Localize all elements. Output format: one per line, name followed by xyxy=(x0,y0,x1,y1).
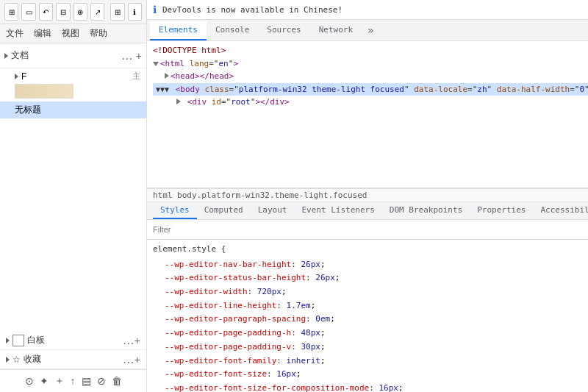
styles-panel: Styles Computed Layout Event Listeners D… xyxy=(147,202,588,392)
dom-line-root[interactable]: <div id="root"></div> xyxy=(153,96,588,109)
expand-root-icon xyxy=(176,99,181,104)
toolbar: ⊞ ▭ ↶ ⊟ ⊕ ↗ ⊞ ℹ xyxy=(0,0,146,24)
dom-panel: <!DOCTYPE html> <html lang="en"> <head><… xyxy=(147,41,588,188)
css-rules: element.style { --wp-editor-nav-bar-heig… xyxy=(147,240,588,392)
menu-help[interactable]: 帮助 xyxy=(88,26,109,41)
tab-more[interactable]: » xyxy=(362,20,379,40)
f-item[interactable]: F 主 xyxy=(0,68,146,84)
doc-label: 文档 xyxy=(11,49,29,62)
bottom-icon-1[interactable]: ⊙ xyxy=(25,375,34,387)
tab-console[interactable]: Console xyxy=(207,21,258,40)
css-prop-6[interactable]: --wp-editor-page-padding-h: 48px; xyxy=(153,327,588,341)
whiteboard-section: 白板 … + xyxy=(0,331,146,350)
bottom-icon-2[interactable]: ✦ xyxy=(40,375,49,387)
expand-html-icon xyxy=(153,62,159,66)
expand-icon xyxy=(4,53,8,59)
bottom-icon-5[interactable]: ▤ xyxy=(82,375,91,387)
toolbar-btn-1[interactable]: ⊞ xyxy=(4,3,18,21)
css-prop-5[interactable]: --wp-editor-paragraph-spacing: 0em; xyxy=(153,313,588,327)
menu-bar: 文件 编辑 视图 帮助 xyxy=(0,24,146,43)
notif-text: DevTools is now available in Chinese! xyxy=(162,5,588,15)
menu-view[interactable]: 视图 xyxy=(60,26,81,41)
favorites-section: ☆ 收藏 … + xyxy=(0,350,146,369)
css-prop-9[interactable]: --wp-editor-font-size: 16px; xyxy=(153,368,588,382)
dom-breadcrumb: html body.platform-win32.theme-light.foc… xyxy=(147,188,588,202)
favorites-more-btn[interactable]: … xyxy=(123,354,135,366)
doc-section: 文档 … + xyxy=(0,43,146,68)
untitled-label: 无标题 xyxy=(15,104,41,116)
css-prop-4[interactable]: --wp-editor-line-height: 1.7em; xyxy=(153,299,588,313)
toolbar-btn-grid[interactable]: ⊞ xyxy=(110,3,124,21)
filter-input[interactable] xyxy=(153,225,588,234)
notif-icon: ℹ xyxy=(153,4,157,15)
tab-elements[interactable]: Elements xyxy=(150,21,207,40)
f-expand-icon xyxy=(15,74,18,79)
styles-tab-event-listeners[interactable]: Event Listeners xyxy=(294,202,381,219)
star-icon: ☆ xyxy=(12,354,21,365)
tab-network[interactable]: Network xyxy=(310,21,362,40)
toolbar-btn-2[interactable]: ▭ xyxy=(21,3,35,21)
styles-tab-accessibility[interactable]: Accessibility xyxy=(533,202,588,219)
css-prop-2[interactable]: --wp-editor-status-bar-height: 26px; xyxy=(153,271,588,285)
left-panel: ⊞ ▭ ↶ ⊟ ⊕ ↗ ⊞ ℹ 文件 编辑 视图 帮助 文档 … + F xyxy=(0,0,147,392)
whiteboard-add-btn[interactable]: + xyxy=(135,335,140,346)
whiteboard-more-btn[interactable]: … xyxy=(123,335,135,346)
favorites-add-btn[interactable]: + xyxy=(135,354,140,366)
devtools-tabs: Elements Console Sources Network » 1 ⚙ ⋮ xyxy=(147,20,588,41)
doc-header-left: 文档 xyxy=(4,49,29,62)
whiteboard-label: 白板 xyxy=(27,334,45,346)
dom-line-head[interactable]: <head></head> xyxy=(153,70,588,83)
styles-tabs: Styles Computed Layout Event Listeners D… xyxy=(147,202,588,220)
left-panel-bottom: ⊙ ✦ ＋ ↑ ▤ ⊘ 🗑 xyxy=(0,369,146,392)
styles-tab-computed[interactable]: Computed xyxy=(197,202,251,219)
css-prop-1[interactable]: --wp-editor-nav-bar-height: 26px; xyxy=(153,258,588,272)
css-prop-8[interactable]: --wp-editor-font-family: inherit; xyxy=(153,354,588,368)
filter-bar: :hov .cls + xyxy=(147,220,588,240)
styles-tab-dom-breakpoints[interactable]: DOM Breakpoints xyxy=(382,202,470,219)
doc-more-btn[interactable]: … xyxy=(121,50,133,62)
styles-tab-layout[interactable]: Layout xyxy=(251,202,295,219)
body-ellipsis: ▼▼▼ xyxy=(156,85,169,93)
css-prop-3[interactable]: --wp-editor-width: 720px; xyxy=(153,285,588,299)
bottom-icon-trash[interactable]: 🗑 xyxy=(112,375,122,387)
menu-edit[interactable]: 编辑 xyxy=(32,26,53,41)
bottom-icon-4[interactable]: ↑ xyxy=(71,375,76,387)
doc-header: 文档 … + xyxy=(4,48,142,63)
expand-head-icon xyxy=(165,73,169,79)
bottom-icon-6[interactable]: ⊘ xyxy=(97,375,106,387)
css-prop-7[interactable]: --wp-editor-page-padding-v: 30px; xyxy=(153,341,588,354)
css-rule-selector[interactable]: element.style { xyxy=(153,243,588,257)
css-prop-10[interactable]: --wp-editor-font-size-for-composition-mo… xyxy=(153,382,588,392)
color-swatch xyxy=(15,84,74,99)
favorites-expand-icon xyxy=(6,357,10,363)
whiteboard-expand-icon xyxy=(6,338,10,343)
page-label: 主 xyxy=(132,71,140,82)
favorites-label: 收藏 xyxy=(24,353,41,366)
styles-tab-properties[interactable]: Properties xyxy=(470,202,533,219)
styles-tab-styles[interactable]: Styles xyxy=(153,202,197,219)
untitled-item[interactable]: 无标题 xyxy=(0,101,146,118)
toolbar-btn-3[interactable]: ↶ xyxy=(39,3,53,21)
devtools-panel: ℹ DevTools is now available in Chinese! … xyxy=(147,0,588,392)
toolbar-btn-6[interactable]: ↗ xyxy=(90,3,104,21)
whiteboard-icon xyxy=(12,335,24,346)
notification-bar: ℹ DevTools is now available in Chinese! … xyxy=(147,0,588,20)
f-label: F xyxy=(21,71,26,82)
doctype-line: <!DOCTYPE html> xyxy=(153,44,588,57)
dom-line-html[interactable]: <html lang="en"> xyxy=(153,57,588,71)
doc-add-btn[interactable]: + xyxy=(136,50,142,62)
toolbar-btn-4[interactable]: ⊟ xyxy=(56,3,70,21)
toolbar-btn-5[interactable]: ⊕ xyxy=(74,3,87,21)
tab-sources[interactable]: Sources xyxy=(258,21,309,40)
bottom-icon-3[interactable]: ＋ xyxy=(54,374,65,388)
toolbar-btn-info[interactable]: ℹ xyxy=(128,3,142,21)
dom-line-body[interactable]: ▼▼▼ <body class="platform-win32 theme-li… xyxy=(153,83,588,96)
menu-file[interactable]: 文件 xyxy=(4,26,25,41)
